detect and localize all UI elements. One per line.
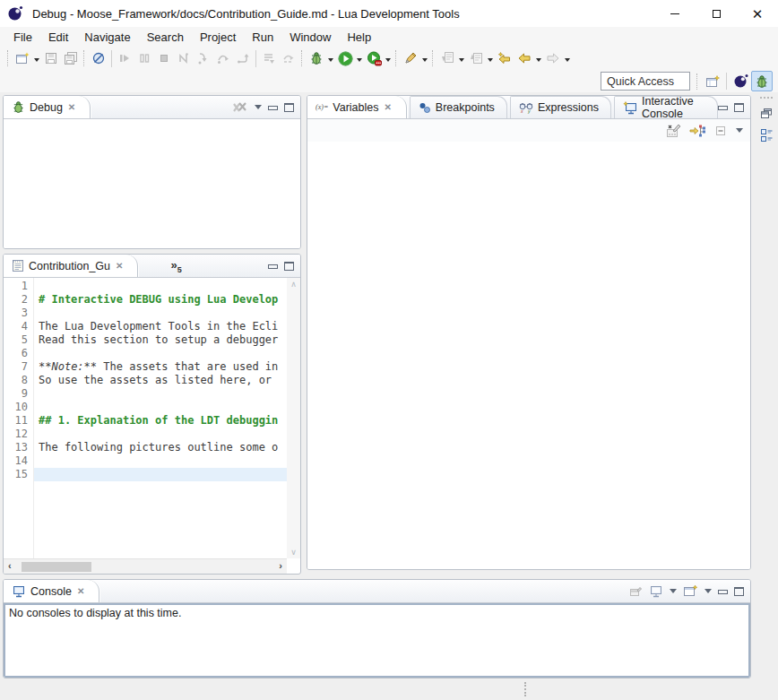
- step-into-button[interactable]: [194, 48, 213, 68]
- tab-variables[interactable]: (x)= Variables ✕: [307, 96, 407, 118]
- variables-view-menu-button[interactable]: [736, 125, 743, 136]
- run-last-launched-button[interactable]: [364, 48, 384, 68]
- suspend-button[interactable]: [134, 48, 154, 68]
- hidden-editors-chevron[interactable]: »5: [170, 258, 181, 274]
- menu-project[interactable]: Project: [192, 29, 244, 46]
- drop-to-frame-button[interactable]: [259, 48, 279, 68]
- new-wizard-button[interactable]: [13, 48, 32, 68]
- step-return-button[interactable]: [233, 48, 253, 68]
- remove-terminated-launches-button[interactable]: [232, 101, 248, 114]
- debug-perspective-button[interactable]: [751, 71, 773, 91]
- scroll-up-icon[interactable]: ∧: [290, 278, 297, 290]
- open-console-dropdown[interactable]: [705, 585, 712, 597]
- save-all-button[interactable]: [61, 48, 81, 68]
- next-annotation-button[interactable]: [437, 48, 457, 68]
- variables-view-maximize-button[interactable]: [734, 103, 744, 112]
- previous-annotation-button[interactable]: [466, 48, 486, 68]
- line-number[interactable]: 12: [4, 428, 28, 441]
- code-line[interactable]: [34, 347, 287, 360]
- code-line[interactable]: The Lua Development Tools in the Ecli: [34, 320, 287, 333]
- editor-text[interactable]: # Interactive DEBUG using Lua Develop Th…: [34, 278, 287, 558]
- editor-maximize-button[interactable]: [284, 262, 294, 271]
- new-wizard-dropdown[interactable]: [32, 48, 41, 68]
- previous-annotation-dropdown[interactable]: [486, 48, 495, 68]
- window-close-button[interactable]: ✕: [737, 0, 778, 27]
- next-annotation-dropdown[interactable]: [457, 48, 466, 68]
- forward-button[interactable]: [543, 48, 563, 68]
- run-dropdown[interactable]: [355, 48, 364, 68]
- variables-view-minimize-button[interactable]: [718, 106, 728, 110]
- debug-view-menu-button[interactable]: [255, 101, 262, 113]
- line-number[interactable]: 5: [4, 333, 28, 347]
- variables-content[interactable]: [307, 142, 750, 570]
- tab-contribution-guide[interactable]: Contribution_Gu ✕: [4, 255, 138, 277]
- tab-contribution-guide-close-icon[interactable]: ✕: [116, 261, 123, 271]
- editor-horizontal-scrollbar[interactable]: ‹ ›: [4, 558, 287, 574]
- line-number[interactable]: 11: [4, 414, 28, 428]
- save-button[interactable]: [41, 48, 61, 68]
- line-number[interactable]: 14: [4, 454, 28, 468]
- editor-body[interactable]: 123456789101112131415 # Interactive DEBU…: [4, 278, 287, 558]
- menu-help[interactable]: Help: [339, 29, 379, 46]
- line-number[interactable]: 4: [4, 320, 28, 333]
- tab-debug[interactable]: Debug ✕: [4, 96, 91, 118]
- menu-navigate[interactable]: Navigate: [76, 29, 138, 46]
- quick-access-input[interactable]: Quick Access: [601, 72, 690, 91]
- run-button[interactable]: [335, 48, 355, 68]
- line-number[interactable]: 7: [4, 360, 28, 374]
- code-line[interactable]: [34, 428, 287, 441]
- resume-button[interactable]: [115, 48, 134, 68]
- forward-dropdown[interactable]: [563, 48, 572, 68]
- line-number[interactable]: 3: [4, 307, 28, 320]
- code-line[interactable]: Read this section to setup a debugger: [34, 333, 287, 347]
- debug-button[interactable]: [307, 48, 326, 68]
- show-logical-structure-button[interactable]: [689, 124, 705, 138]
- collapse-all-button[interactable]: [713, 124, 728, 138]
- external-tools-dropdown[interactable]: [420, 48, 429, 68]
- tab-debug-close-icon[interactable]: ✕: [68, 102, 75, 112]
- window-minimize-button[interactable]: [654, 0, 696, 27]
- menu-window[interactable]: Window: [281, 29, 339, 46]
- toolbar-group-handle[interactable]: [432, 50, 435, 66]
- menu-search[interactable]: Search: [139, 29, 192, 46]
- open-perspective-button[interactable]: [702, 71, 723, 91]
- pin-console-button[interactable]: [628, 585, 643, 598]
- toolbar-group-handle[interactable]: [83, 50, 86, 66]
- line-number[interactable]: 2: [4, 293, 28, 307]
- editor-gutter[interactable]: 123456789101112131415: [4, 278, 34, 558]
- display-selected-console-button[interactable]: [649, 585, 663, 598]
- outline-view-button[interactable]: [760, 128, 774, 143]
- code-line[interactable]: [34, 307, 287, 320]
- scroll-right-icon[interactable]: ›: [279, 560, 282, 571]
- line-number[interactable]: 13: [4, 441, 28, 454]
- console-content[interactable]: No consoles to display at this time.: [4, 603, 750, 678]
- tab-console-close-icon[interactable]: ✕: [77, 586, 84, 596]
- step-over-button[interactable]: [213, 48, 233, 68]
- line-number[interactable]: 9: [4, 387, 28, 401]
- toolbar-drag-handle[interactable]: [7, 50, 10, 66]
- code-line[interactable]: [34, 387, 287, 401]
- line-number[interactable]: 15: [4, 468, 28, 481]
- toolbar-group-handle[interactable]: [395, 50, 398, 66]
- toolbar-group-handle[interactable]: [301, 50, 304, 66]
- code-line[interactable]: # Interactive DEBUG using Lua Develop: [34, 293, 287, 307]
- window-maximize-button[interactable]: [696, 0, 737, 27]
- sash-drag-handle[interactable]: [524, 682, 527, 696]
- menu-run[interactable]: Run: [244, 29, 281, 46]
- editor-vertical-scrollbar[interactable]: ∧ ∨: [287, 278, 300, 558]
- toolbar-group-handle[interactable]: [696, 73, 699, 90]
- line-number[interactable]: 8: [4, 374, 28, 387]
- menu-edit[interactable]: Edit: [40, 29, 76, 46]
- tab-interactive-console[interactable]: Interactive Console: [614, 96, 718, 118]
- back-dropdown[interactable]: [534, 48, 543, 68]
- code-line[interactable]: The following pictures outline some o: [34, 441, 287, 454]
- skip-all-breakpoints-button[interactable]: [89, 48, 108, 68]
- debug-view-minimize-button[interactable]: [268, 106, 278, 110]
- line-number[interactable]: 10: [4, 401, 28, 414]
- code-line[interactable]: [34, 454, 287, 468]
- code-line[interactable]: ## 1. Explanation of the LDT debuggin: [34, 414, 287, 428]
- last-edit-location-button[interactable]: [495, 48, 514, 68]
- tab-console[interactable]: Console ✕: [4, 580, 99, 602]
- tab-expressions[interactable]: xy Expressions: [510, 96, 611, 118]
- disconnect-button[interactable]: [174, 48, 194, 68]
